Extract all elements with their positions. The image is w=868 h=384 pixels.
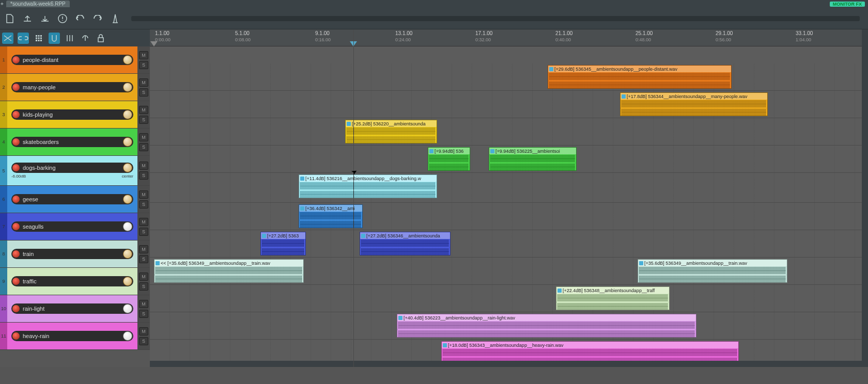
record-arm-button[interactable]	[12, 305, 20, 312]
clip-fx-badge[interactable]	[622, 94, 626, 99]
solo-button[interactable]: S	[139, 61, 148, 69]
solo-button[interactable]: S	[139, 171, 148, 180]
mute-button[interactable]: M	[139, 133, 148, 141]
clip-fx-badge[interactable]	[398, 316, 402, 320]
volume-knob[interactable]	[123, 55, 132, 65]
track-lane[interactable]	[150, 118, 868, 146]
track-lane[interactable]	[150, 285, 868, 312]
clip-fx-badge[interactable]	[262, 234, 266, 238]
clip-fx-badge[interactable]	[557, 289, 562, 293]
clip-fx-badge[interactable]	[639, 261, 643, 265]
audio-clip[interactable]: [+25.2dB] 536220__ambientsounda	[345, 120, 437, 143]
project-tab[interactable]: *soundwalk-week6.RPP	[6, 1, 70, 7]
redo-icon[interactable]	[92, 13, 103, 24]
monitor-fx-button[interactable]: MONITOR FX	[830, 2, 865, 7]
audio-clip[interactable]: [+29.6dB] 536345__ambientsoundapp__peopl…	[548, 65, 732, 89]
link-icon[interactable]	[18, 33, 29, 44]
solo-button[interactable]: S	[139, 143, 148, 151]
track-lane[interactable]	[150, 203, 868, 230]
audio-clip[interactable]: [+9.94dB] 536225__ambientsoi	[489, 147, 577, 171]
volume-knob[interactable]	[123, 195, 132, 204]
vertical-scrollbar[interactable]	[862, 29, 868, 367]
track-name[interactable]: geese	[23, 196, 123, 202]
track-name[interactable]: traffic	[23, 278, 123, 284]
audio-clip[interactable]: [+9.94dB] 536	[428, 147, 470, 171]
track-name[interactable]: seagulls	[23, 223, 123, 230]
mute-button[interactable]: M	[139, 300, 148, 308]
track-name[interactable]: rain-light	[23, 306, 123, 312]
project-settings-icon[interactable]	[57, 13, 68, 24]
ripple-icon[interactable]	[80, 33, 91, 44]
clip-fx-badge[interactable]	[429, 149, 433, 153]
record-arm-button[interactable]	[12, 164, 20, 171]
new-project-icon[interactable]	[4, 13, 16, 24]
solo-button[interactable]: S	[139, 282, 148, 291]
solo-button[interactable]: S	[139, 228, 148, 236]
record-arm-button[interactable]	[12, 56, 20, 63]
save-icon[interactable]	[39, 13, 51, 24]
mute-button[interactable]: M	[139, 245, 148, 253]
solo-button[interactable]: S	[139, 116, 148, 124]
record-arm-button[interactable]	[12, 278, 20, 285]
solo-button[interactable]: S	[139, 255, 148, 263]
track-row[interactable]: 3 kids-playing M S	[0, 101, 150, 129]
track-name[interactable]: heavy-rain	[23, 333, 123, 339]
snap-icon[interactable]	[49, 33, 60, 44]
autocrossfade-icon[interactable]	[2, 33, 13, 44]
track-name[interactable]: dogs-barking	[23, 165, 123, 171]
track-row[interactable]: 8 train M S	[0, 241, 150, 268]
track-name[interactable]: train	[23, 251, 123, 257]
clip-fx-badge[interactable]	[443, 343, 447, 347]
track-row[interactable]: 7 seagulls M S	[0, 213, 150, 241]
solo-button[interactable]: S	[139, 88, 148, 97]
volume-knob[interactable]	[123, 277, 132, 286]
arrange-view[interactable]: 1.1.000:00.005.1.000:08.009.1.000:16.001…	[150, 29, 868, 367]
track-lane[interactable]	[150, 230, 868, 258]
audio-clip[interactable]: [+35.6dB] 536349__ambientsoundapp__train…	[638, 259, 787, 283]
mute-button[interactable]: M	[139, 218, 148, 226]
track-name[interactable]: people-distant	[23, 57, 123, 63]
audio-clip[interactable]: << [+35.6dB] 536349__ambientsoundapp__tr…	[154, 259, 304, 283]
track-row[interactable]: 1 people-distant M S	[0, 46, 150, 74]
timeline-ruler[interactable]: 1.1.000:00.005.1.000:08.009.1.000:16.001…	[150, 29, 868, 46]
track-row[interactable]: 9 traffic M S	[0, 268, 150, 295]
undo-icon[interactable]	[74, 13, 86, 24]
audio-clip[interactable]: [+27.2dB] 5363	[260, 232, 306, 255]
clip-fx-badge[interactable]	[347, 122, 351, 126]
solo-button[interactable]: S	[139, 310, 148, 318]
record-arm-button[interactable]	[12, 84, 20, 91]
volume-knob[interactable]	[123, 222, 132, 231]
record-arm-button[interactable]	[12, 196, 20, 203]
audio-clip[interactable]: [+40.4dB] 536223__ambientsoundapp__rain-…	[397, 314, 696, 338]
bottom-scrollbar[interactable]	[150, 361, 862, 367]
track-row[interactable]: 4 skateboarders M S	[0, 129, 150, 156]
record-arm-button[interactable]	[12, 111, 20, 118]
grid-lines-icon[interactable]	[64, 33, 75, 44]
record-arm-button[interactable]	[12, 138, 20, 146]
clip-fx-badge[interactable]	[300, 206, 304, 211]
track-name[interactable]: many-people	[23, 84, 123, 90]
volume-knob[interactable]	[123, 331, 132, 341]
grid-icon[interactable]	[33, 33, 44, 44]
record-arm-button[interactable]	[12, 250, 20, 258]
track-row[interactable]: 6 geese M S	[0, 186, 150, 213]
audio-clip[interactable]: [+22.4dB] 536348__ambientsoundapp__traff	[556, 286, 670, 310]
mute-button[interactable]: M	[139, 51, 148, 59]
track-lane[interactable]	[150, 63, 868, 91]
mute-button[interactable]: M	[139, 190, 148, 199]
mute-button[interactable]: M	[139, 106, 148, 114]
volume-knob[interactable]	[123, 304, 132, 313]
metronome-icon[interactable]	[110, 13, 121, 24]
record-arm-button[interactable]	[12, 223, 20, 230]
clip-fx-badge[interactable]	[490, 149, 494, 153]
clip-fx-badge[interactable]	[300, 177, 304, 181]
clip-fx-badge[interactable]	[549, 67, 553, 71]
track-name[interactable]: skateboarders	[23, 139, 123, 145]
volume-knob[interactable]	[123, 137, 132, 147]
mute-button[interactable]: M	[139, 327, 148, 335]
volume-knob[interactable]	[123, 163, 132, 172]
start-marker[interactable]	[150, 41, 158, 46]
horizontal-scrollbar[interactable]	[131, 16, 860, 21]
track-row[interactable]: 10 rain-light M S	[0, 295, 150, 323]
record-arm-button[interactable]	[12, 332, 20, 340]
